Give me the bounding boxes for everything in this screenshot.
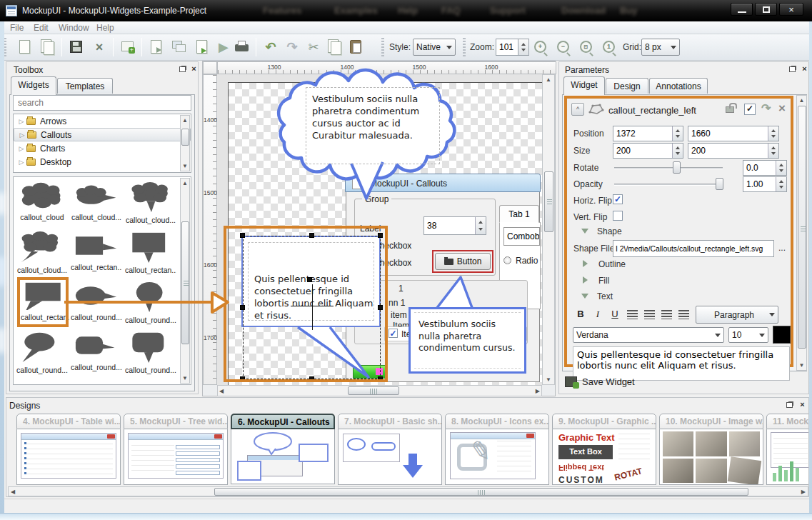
italic-button[interactable]: I	[590, 307, 606, 321]
design-thumbnail-11[interactable]: 11. Mockup	[766, 414, 809, 485]
copy-button[interactable]	[326, 38, 344, 56]
opacity-input[interactable]	[743, 176, 787, 192]
opacity-slider-track[interactable]	[614, 184, 723, 186]
zoom-input[interactable]	[496, 39, 518, 56]
widget-item-callout-round-tail[interactable]: callout_round...	[16, 331, 68, 376]
close-panel-icon[interactable]: ×	[798, 400, 807, 409]
widget-item-callout-cloud[interactable]: callout_cloud	[16, 181, 68, 226]
expander-icon[interactable]: ▷	[16, 118, 26, 125]
zoom-in-button[interactable]: +	[534, 41, 546, 53]
tree-item-charts[interactable]: ▷Charts	[14, 141, 191, 155]
paste-button[interactable]	[347, 38, 366, 56]
menu-edit[interactable]: Edit	[34, 23, 49, 33]
widget-item-callout-roundrect-down[interactable]: callout_round...	[125, 331, 176, 376]
export-form-button[interactable]: +	[119, 38, 137, 56]
design-thumbnail-8[interactable]: 8. MockupUI - Icons ex... ✎	[445, 414, 549, 485]
align-left-icon[interactable]	[627, 310, 638, 319]
font-select[interactable]: Verdana	[573, 327, 724, 343]
tab-design[interactable]: Design	[606, 78, 648, 94]
align-center-icon[interactable]	[644, 310, 655, 319]
position-x-input[interactable]	[613, 126, 683, 141]
copy-images-button[interactable]	[170, 38, 189, 56]
open-document-button[interactable]	[39, 38, 57, 56]
canvas-hscrollbar[interactable]: ◀▶	[217, 385, 542, 396]
tab-annotations[interactable]: Annotations	[649, 78, 708, 94]
save-button[interactable]	[67, 38, 86, 56]
paste-page-button[interactable]	[147, 38, 166, 56]
text-section-expander[interactable]	[581, 294, 588, 299]
align-right-icon[interactable]	[661, 310, 672, 319]
tab-widgets[interactable]: Widgets	[11, 76, 56, 95]
zoom-stepper[interactable]	[518, 39, 529, 56]
rotate-slider-track[interactable]	[614, 167, 723, 169]
delete-button[interactable]: ×	[90, 38, 109, 56]
float-panel-icon[interactable]	[179, 66, 186, 72]
widget-grid-scrollbar[interactable]: ▲▼	[180, 178, 190, 384]
font-size-select[interactable]: 10	[728, 327, 768, 343]
expander-icon[interactable]: ▷	[17, 131, 27, 139]
widget-item-callout-rectangle-down[interactable]: callout_rectan...	[125, 231, 176, 276]
text-color-swatch[interactable]	[773, 326, 791, 344]
design-thumbnail-5[interactable]: 5. MockupUI - Tree wid...	[124, 414, 228, 485]
style-select[interactable]: Native	[413, 39, 456, 56]
close-panel-icon[interactable]: ×	[189, 64, 199, 74]
delete-widget-icon[interactable]: ×	[778, 101, 786, 116]
tree-item-desktop[interactable]: ▷Desktop	[14, 155, 191, 169]
float-panel-icon[interactable]	[786, 402, 793, 408]
parameters-scrollbar[interactable]: ▲▼	[796, 95, 807, 371]
browse-button[interactable]: ...	[778, 243, 786, 253]
position-y-input[interactable]	[688, 126, 779, 141]
shape-file-input[interactable]	[613, 240, 774, 257]
opacity-slider-handle[interactable]	[716, 178, 723, 190]
widget-item-callout-round-down[interactable]: callout_round...	[125, 281, 176, 326]
design-thumbnail-4[interactable]: 4. MockupUI - Table wi...	[16, 414, 121, 485]
maximize-button[interactable]	[755, 3, 777, 16]
rotate-input[interactable]	[743, 160, 787, 176]
minimize-button[interactable]	[731, 3, 753, 16]
designs-scrollbar[interactable]: ◀ ▶	[8, 486, 808, 496]
outline-section-expander[interactable]	[583, 260, 588, 267]
canvas-vscrollbar[interactable]: ▲▼	[542, 74, 555, 385]
expander-icon[interactable]: ▷	[16, 145, 26, 152]
expander-icon[interactable]: ▷	[16, 159, 26, 166]
size-w-input[interactable]	[613, 143, 683, 159]
paragraph-select[interactable]: Paragraph	[696, 306, 778, 324]
widget-item-callout-cloud-down[interactable]: callout_cloud...	[125, 181, 176, 226]
redo-button[interactable]: ↷	[283, 38, 301, 56]
save-widget-button[interactable]: Save Widget	[565, 374, 665, 389]
menu-window[interactable]: Window	[59, 23, 89, 33]
search-input[interactable]	[13, 95, 191, 111]
fill-section-expander[interactable]	[583, 276, 588, 284]
design-thumbnail-10[interactable]: 10. MockupUI - Image w...	[659, 414, 763, 485]
small-callout[interactable]: Vestibulum sociis nulla pharetra condime…	[408, 307, 526, 374]
tab-templates[interactable]: Templates	[57, 78, 113, 94]
widget-item-callout-cloud-tail[interactable]: callout_cloud...	[16, 231, 68, 276]
tree-item-callouts[interactable]: ▷Callouts	[14, 128, 191, 141]
menu-file[interactable]: File	[10, 23, 24, 33]
hflip-checkbox[interactable]: ✓	[613, 194, 623, 204]
export-document-button[interactable]	[193, 38, 211, 56]
cloud-callout-textbox[interactable]: Vestibulum sociis nulla pharetra condime…	[306, 87, 440, 164]
new-document-button[interactable]	[16, 38, 34, 56]
cut-button[interactable]: ✂	[304, 38, 323, 56]
underline-button[interactable]: U	[607, 307, 623, 321]
widget-item-callout-round-right[interactable]: callout_round...	[71, 281, 122, 326]
design-thumbnail-9[interactable]: 9. MockupUI - Graphic ... Graphic Text T…	[552, 414, 656, 485]
visible-checkbox[interactable]: ✓	[744, 104, 756, 115]
design-thumbnail-6-selected[interactable]: 6. MockupUI - Callouts	[231, 414, 335, 485]
lock-icon[interactable]	[726, 106, 734, 113]
close-button[interactable]: ×	[779, 3, 803, 16]
tree-scrollbar[interactable]: ▲▼	[180, 115, 190, 171]
size-h-input[interactable]	[688, 143, 779, 159]
vflip-checkbox[interactable]	[613, 211, 623, 221]
grid-select[interactable]: 8 px	[641, 39, 680, 56]
tree-item-arrows[interactable]: ▷Arrows	[14, 114, 191, 128]
tab-widget[interactable]: Widget	[563, 76, 605, 95]
zoom-100-button[interactable]: 1	[603, 41, 615, 53]
play-button[interactable]: ▶	[214, 38, 233, 56]
zoom-out-button[interactable]: −	[557, 41, 569, 53]
widget-item-callout-rectangle-right[interactable]: callout_rectan...	[71, 231, 122, 276]
close-panel-icon[interactable]: ×	[800, 64, 809, 74]
undo-button[interactable]: ↶	[261, 38, 280, 56]
widget-item-callout-cloud-right[interactable]: callout_cloud...	[71, 181, 122, 226]
